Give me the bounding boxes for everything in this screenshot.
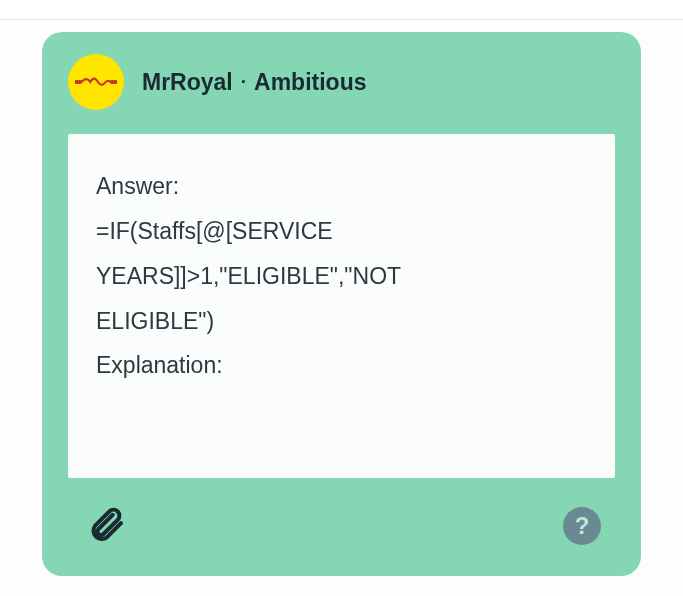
answer-card: MrRoyal · Ambitious Answer: =IF(Staffs[@…	[42, 32, 641, 576]
explanation-label: Explanation:	[96, 343, 587, 388]
answer-formula: =IF(Staffs[@[SERVICE YEARS]]>1,"ELIGIBLE…	[96, 209, 476, 344]
answer-label: Answer:	[96, 164, 587, 209]
user-avatar[interactable]	[68, 54, 124, 110]
separator-dot: ·	[241, 71, 246, 93]
top-bar	[0, 0, 683, 20]
card-footer: ?	[68, 478, 615, 548]
username[interactable]: MrRoyal	[142, 69, 233, 96]
page-wrap: MrRoyal · Ambitious Answer: =IF(Staffs[@…	[0, 20, 683, 596]
card-header: MrRoyal · Ambitious	[68, 54, 615, 110]
avatar-graphic-icon	[75, 74, 117, 90]
svg-rect-1	[110, 80, 117, 84]
svg-rect-0	[75, 80, 82, 84]
help-icon-glyph: ?	[575, 512, 590, 540]
user-rank: Ambitious	[254, 69, 366, 96]
answer-body: Answer: =IF(Staffs[@[SERVICE YEARS]]>1,"…	[68, 134, 615, 478]
help-icon[interactable]: ?	[563, 507, 601, 545]
user-line: MrRoyal · Ambitious	[142, 69, 366, 96]
attachment-icon[interactable]	[86, 504, 126, 548]
